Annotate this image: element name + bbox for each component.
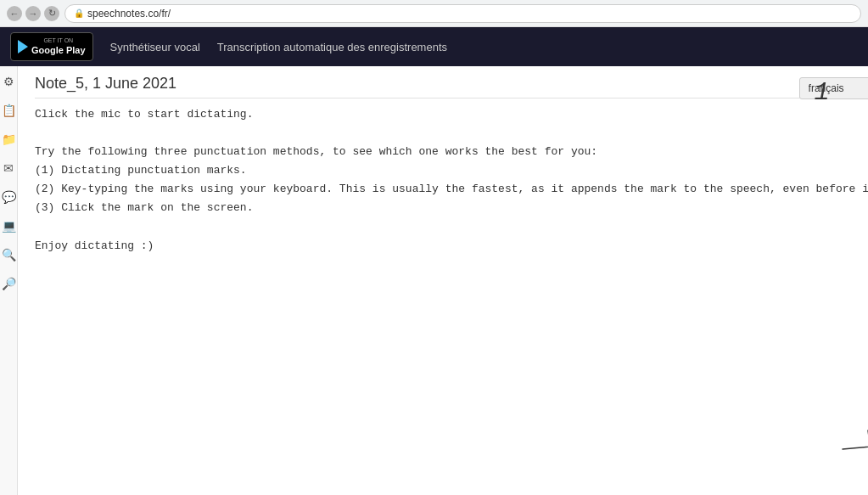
browser-controls: ← → ↻ (7, 6, 59, 21)
address-bar[interactable]: 🔒 speechnotes.co/fr/ (64, 4, 861, 23)
google-play-button[interactable]: GET IT ON Google Play (10, 32, 93, 60)
sidebar-mail-icon[interactable]: ✉ (0, 160, 17, 177)
language-select[interactable]: français English Español Deutsch Italian… (799, 77, 868, 99)
sidebar: ⚙ 📋 📁 ✉ 💬 💻 🔍 🔎 (0, 66, 18, 495)
app-header: GET IT ON Google Play Synthétiseur vocal… (0, 27, 868, 66)
bottom-annotation (838, 424, 868, 470)
google-play-text: GET IT ON Google Play (31, 37, 86, 56)
transcription-link[interactable]: Transcription automatique des enregistre… (217, 41, 447, 53)
forward-button[interactable]: → (25, 6, 41, 21)
back-button[interactable]: ← (7, 6, 22, 21)
cross-sketch (838, 424, 868, 466)
sidebar-zoom-in-icon[interactable]: 🔍 (0, 246, 17, 263)
sidebar-zoom-out-icon[interactable]: 🔎 (0, 275, 17, 292)
sidebar-notes-icon[interactable]: 📋 (0, 102, 17, 119)
content-area: Note_5, 1 June 2021 Click the mic to sta… (18, 66, 868, 495)
sidebar-chat-icon[interactable]: 💬 (0, 188, 17, 205)
top-right-controls: 1 français English Español Deutsch Itali… (799, 73, 868, 104)
lock-icon: 🔒 (74, 8, 84, 18)
svg-line-3 (843, 445, 868, 449)
main-area: ⚙ 📋 📁 ✉ 💬 💻 🔍 🔎 Note_5, 1 June 2021 Clic… (0, 66, 868, 495)
url-text: speechnotes.co/fr/ (87, 8, 171, 20)
browser-bar: ← → ↻ 🔒 speechnotes.co/fr/ (0, 0, 868, 27)
note-title: Note_5, 1 June 2021 (35, 75, 868, 98)
sidebar-device-icon[interactable]: 💻 (0, 217, 17, 234)
reload-button[interactable]: ↻ (44, 6, 59, 21)
get-it-on-label: GET IT ON (31, 37, 86, 44)
sidebar-settings-icon[interactable]: ⚙ (0, 73, 17, 90)
google-play-label: Google Play (31, 44, 86, 56)
sidebar-folder-icon[interactable]: 📁 (0, 131, 17, 148)
synth-vocal-link[interactable]: Synthétiseur vocal (110, 41, 200, 53)
annotation-1: 1 (815, 80, 830, 105)
play-triangle-icon (18, 40, 28, 53)
note-body[interactable]: Click the mic to start dictating. Try th… (35, 105, 868, 256)
